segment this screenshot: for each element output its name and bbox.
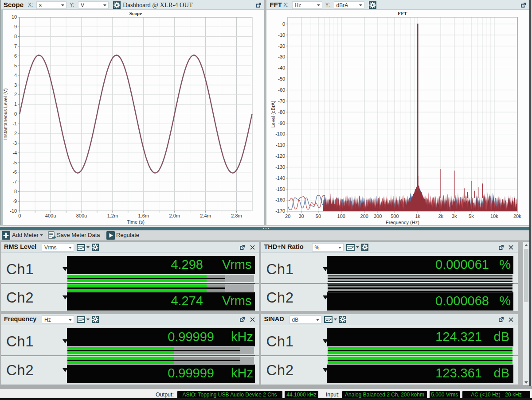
svg-text:-3: -3 xyxy=(12,140,17,146)
svg-text:-6: -6 xyxy=(12,169,17,175)
svg-text:2: 2 xyxy=(14,92,17,97)
svg-text:FFT: FFT xyxy=(398,11,407,16)
svg-text:2.0m: 2.0m xyxy=(169,213,180,218)
svg-text:3: 3 xyxy=(14,82,17,88)
svg-text:-30: -30 xyxy=(278,54,285,59)
svg-text:Instantaneous Level (V): Instantaneous Level (V) xyxy=(3,88,8,140)
svg-text:2k: 2k xyxy=(438,214,443,219)
svg-text:4: 4 xyxy=(14,73,17,78)
svg-text:0: 0 xyxy=(282,21,285,27)
svg-text:-40: -40 xyxy=(278,65,285,70)
svg-text:0: 0 xyxy=(14,111,17,117)
svg-text:Scope: Scope xyxy=(129,11,142,16)
svg-text:1.2m: 1.2m xyxy=(107,213,118,218)
svg-text:5: 5 xyxy=(14,63,17,68)
svg-text:50: 50 xyxy=(315,214,321,219)
svg-text:-130: -130 xyxy=(275,164,285,170)
svg-text:-10: -10 xyxy=(278,32,285,38)
svg-text:7: 7 xyxy=(14,43,17,49)
svg-text:20k: 20k xyxy=(513,214,521,219)
svg-text:2.4m: 2.4m xyxy=(200,213,211,218)
svg-text:3k: 3k xyxy=(451,214,457,219)
svg-text:-110: -110 xyxy=(275,142,285,148)
svg-text:200: 200 xyxy=(360,214,368,219)
svg-text:Time (s): Time (s) xyxy=(127,219,145,225)
svg-text:-120: -120 xyxy=(275,153,285,159)
svg-text:-80: -80 xyxy=(278,109,285,115)
svg-text:500: 500 xyxy=(391,214,399,219)
svg-text:-9: -9 xyxy=(12,198,17,204)
svg-text:-160: -160 xyxy=(275,197,285,202)
svg-text:-140: -140 xyxy=(275,175,285,181)
svg-text:-8: -8 xyxy=(12,189,17,194)
svg-text:1: 1 xyxy=(14,101,17,107)
svg-text:800u: 800u xyxy=(76,213,87,218)
svg-text:-20: -20 xyxy=(278,43,285,49)
svg-text:-7: -7 xyxy=(12,179,17,184)
svg-text:Level (dBrA): Level (dBrA) xyxy=(270,101,276,128)
svg-text:-10: -10 xyxy=(10,208,17,214)
svg-text:2.8m: 2.8m xyxy=(231,213,242,218)
svg-text:6: 6 xyxy=(14,53,17,58)
svg-text:10k: 10k xyxy=(490,214,498,219)
svg-text:-1: -1 xyxy=(12,121,17,126)
svg-text:-2: -2 xyxy=(12,131,17,136)
svg-text:300: 300 xyxy=(373,214,381,219)
svg-text:1k: 1k xyxy=(415,214,420,219)
svg-text:10: 10 xyxy=(12,14,17,19)
svg-text:-90: -90 xyxy=(278,120,285,126)
svg-text:30: 30 xyxy=(298,214,304,219)
svg-text:-60: -60 xyxy=(278,87,285,93)
svg-text:100: 100 xyxy=(337,214,345,219)
svg-text:-150: -150 xyxy=(275,186,285,192)
svg-text:-100: -100 xyxy=(275,131,285,136)
svg-text:-170: -170 xyxy=(275,208,285,214)
svg-text:-70: -70 xyxy=(278,98,285,104)
svg-text:20: 20 xyxy=(285,214,290,219)
svg-text:9: 9 xyxy=(14,24,17,29)
svg-text:-50: -50 xyxy=(278,76,285,82)
svg-text:8: 8 xyxy=(14,34,17,39)
svg-text:-4: -4 xyxy=(12,150,17,155)
svg-text:1.6m: 1.6m xyxy=(138,213,149,218)
svg-text:5k: 5k xyxy=(469,214,474,219)
svg-text:Frequency (Hz): Frequency (Hz) xyxy=(386,220,419,225)
svg-text:0: 0 xyxy=(18,213,21,218)
svg-text:-5: -5 xyxy=(12,160,17,165)
svg-text:400u: 400u xyxy=(45,213,56,218)
